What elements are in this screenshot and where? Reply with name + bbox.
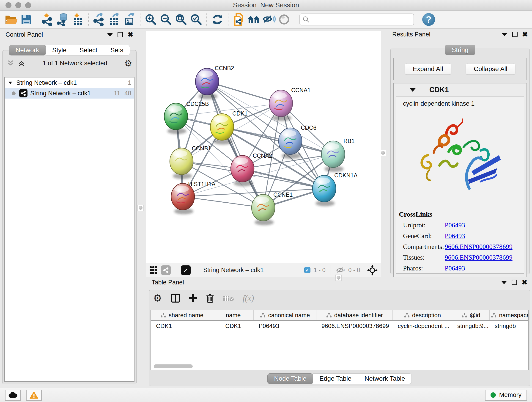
node-label-HIST1H1A: HIST1H1A bbox=[188, 181, 215, 187]
tab-string[interactable]: String bbox=[445, 45, 475, 55]
cloud-status-button[interactable] bbox=[5, 390, 21, 401]
edge-CDK1-RB1[interactable] bbox=[222, 127, 333, 154]
import-table-file-icon[interactable] bbox=[70, 12, 85, 27]
node-CDC25B[interactable] bbox=[164, 103, 188, 134]
crosslink-link[interactable]: 9606.ENSP00000378699 bbox=[445, 243, 513, 250]
edge-RB1-HIST1H1A[interactable] bbox=[183, 154, 333, 197]
node-CDKN1A[interactable] bbox=[312, 175, 336, 206]
node-RB1[interactable] bbox=[322, 141, 345, 172]
network-share-icon[interactable] bbox=[161, 265, 171, 275]
table-options-gear-icon[interactable]: ⚙ bbox=[153, 293, 162, 303]
gene-section-header[interactable]: CDK1 bbox=[394, 83, 526, 96]
export-image-icon[interactable] bbox=[122, 12, 137, 27]
crosslink-link[interactable]: P06493 bbox=[445, 232, 465, 240]
tab-sets[interactable]: Sets bbox=[104, 45, 130, 56]
search-input[interactable] bbox=[312, 16, 408, 23]
tab-network[interactable]: Network bbox=[9, 45, 46, 56]
node-CDK1[interactable] bbox=[210, 114, 234, 145]
import-network-file-icon[interactable] bbox=[40, 12, 55, 27]
zoom-window-button[interactable] bbox=[25, 2, 31, 8]
column-header-namespace[interactable]: namespace bbox=[490, 310, 529, 320]
expand-all-button[interactable]: Expand All bbox=[405, 63, 451, 75]
table-hscrollbar-thumb[interactable] bbox=[154, 364, 193, 368]
control-panel-menu-icon[interactable] bbox=[107, 33, 113, 36]
edge-CCNB2-CCNE1[interactable] bbox=[207, 82, 263, 208]
export-table-icon[interactable] bbox=[107, 12, 122, 27]
add-column-icon[interactable] bbox=[189, 294, 197, 302]
clone-network-icon[interactable] bbox=[231, 12, 246, 27]
fit-content-icon[interactable] bbox=[173, 12, 189, 27]
table-panel-menu-icon[interactable] bbox=[501, 281, 507, 284]
edge-HIST1H1A-CCNE1[interactable] bbox=[183, 197, 263, 208]
search-field[interactable] bbox=[299, 13, 414, 26]
network-overview-icon[interactable] bbox=[246, 12, 261, 27]
gene-collapse-icon[interactable] bbox=[410, 88, 416, 92]
zoom-in-icon[interactable] bbox=[143, 12, 158, 27]
network-canvas[interactable]: CCNB2CCNA1CDC25BCDK1CDC6RB1CCNB1CCNA2CDK… bbox=[146, 31, 381, 263]
crosslink-link[interactable]: P06493 bbox=[445, 264, 465, 272]
export-network-icon[interactable] bbox=[92, 12, 107, 27]
tree-expander-icon[interactable] bbox=[7, 80, 13, 85]
table-panel-close-icon[interactable]: ✖ bbox=[522, 279, 527, 286]
save-session-icon[interactable] bbox=[19, 12, 34, 27]
results-panel-body: String Expand All Collapse All CDK1 cycl… bbox=[390, 49, 530, 274]
tab-node-table[interactable]: Node Table bbox=[267, 373, 313, 384]
open-in-browser-icon[interactable] bbox=[181, 265, 191, 275]
tab-select[interactable]: Select bbox=[73, 45, 104, 56]
crosslink-link[interactable]: P06493 bbox=[445, 221, 465, 229]
pan-crosshair-icon[interactable] bbox=[367, 265, 378, 275]
node-label-CDK1: CDK1 bbox=[232, 110, 248, 117]
right-splitter-handle[interactable] bbox=[380, 150, 386, 156]
table-row[interactable]: CDK1CDK1P064939606.ENSP00000378699cyclin… bbox=[151, 321, 528, 331]
delete-table-icon[interactable] bbox=[223, 294, 234, 302]
network-collection-row[interactable]: String Network – cdk1 1 bbox=[5, 77, 134, 88]
memory-button[interactable]: Memory bbox=[485, 390, 527, 401]
help-icon[interactable]: ? bbox=[422, 13, 435, 26]
show-columns-icon[interactable] bbox=[171, 294, 180, 303]
close-window-button[interactable] bbox=[6, 2, 12, 8]
column-header-name[interactable]: name bbox=[213, 310, 254, 320]
column-header-canonicalname[interactable]: canonical name bbox=[254, 310, 317, 320]
node-CCNA2[interactable] bbox=[231, 155, 254, 186]
node-HIST1H1A[interactable] bbox=[171, 183, 195, 214]
hidden-eye-icon[interactable] bbox=[336, 267, 345, 274]
open-session-icon[interactable] bbox=[4, 12, 19, 27]
selected-nodes-checkbox-icon[interactable]: ✓ bbox=[304, 267, 310, 273]
minimize-window-button[interactable] bbox=[15, 2, 21, 8]
results-panel-close-icon[interactable]: ✖ bbox=[522, 31, 528, 38]
warning-status-button[interactable] bbox=[26, 390, 42, 401]
left-splitter-handle[interactable] bbox=[138, 205, 144, 211]
node-CCNE1[interactable] bbox=[252, 194, 275, 225]
control-panel-close-icon[interactable]: ✖ bbox=[128, 31, 133, 38]
function-builder-icon[interactable]: f(x) bbox=[243, 293, 254, 303]
zoom-selected-icon[interactable] bbox=[189, 12, 204, 27]
table-panel-float-icon[interactable] bbox=[512, 280, 517, 285]
column-header-id[interactable]: @id bbox=[452, 310, 490, 320]
crosslink-link[interactable]: 9606.ENSP00000378699 bbox=[445, 254, 513, 261]
collapse-all-icon[interactable] bbox=[7, 60, 14, 67]
node-CCNB1[interactable] bbox=[170, 148, 193, 179]
column-header-sharedname[interactable]: shared name bbox=[151, 310, 213, 320]
network-row[interactable]: String Network – cdk1 11 48 bbox=[5, 88, 134, 99]
delete-column-icon[interactable] bbox=[206, 294, 214, 303]
apply-layout-icon[interactable] bbox=[210, 12, 225, 27]
results-panel-menu-icon[interactable] bbox=[501, 33, 507, 36]
node-CCNB2[interactable] bbox=[196, 68, 219, 99]
control-panel-float-icon[interactable] bbox=[118, 32, 123, 37]
hide-panel-eye-icon[interactable] bbox=[261, 12, 277, 27]
network-options-gear-icon[interactable]: ⚙ bbox=[124, 59, 132, 68]
collapse-all-button[interactable]: Collapse All bbox=[466, 63, 515, 75]
column-header-description[interactable]: description bbox=[393, 310, 452, 320]
tab-network-table[interactable]: Network Table bbox=[358, 373, 412, 384]
tab-edge-table[interactable]: Edge Table bbox=[313, 373, 358, 384]
results-panel-float-icon[interactable] bbox=[512, 32, 518, 37]
import-network-database-icon[interactable] bbox=[55, 12, 70, 27]
expand-all-icon[interactable] bbox=[18, 60, 25, 67]
birds-eye-grid-icon[interactable] bbox=[149, 266, 158, 274]
tab-style[interactable]: Style bbox=[46, 45, 73, 56]
zoom-out-icon[interactable] bbox=[158, 12, 173, 27]
node-CDC6[interactable] bbox=[279, 128, 302, 159]
node-CCNA1[interactable] bbox=[269, 90, 293, 121]
column-header-databaseidentifier[interactable]: database identifier bbox=[317, 310, 393, 320]
inspect-eye-icon[interactable] bbox=[277, 12, 292, 27]
